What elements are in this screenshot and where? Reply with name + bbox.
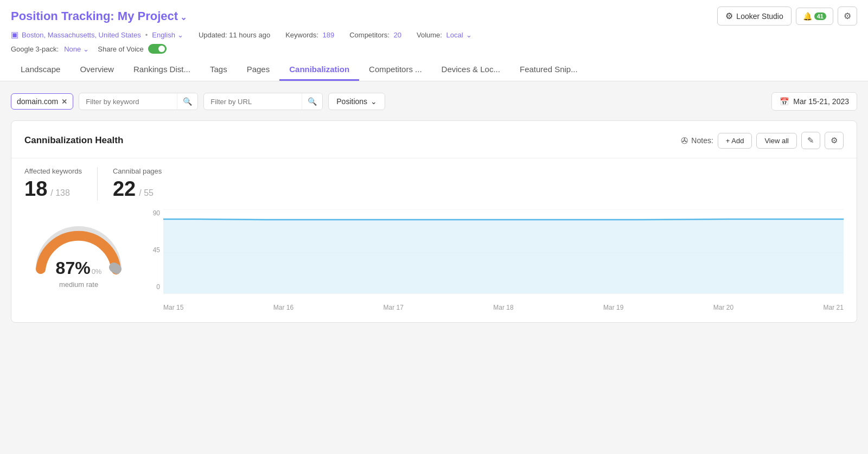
cannibalization-health-card: Cannibalization Health ✇ Notes: + Add Vi…	[11, 120, 857, 323]
google3pack-dropdown[interactable]: None ⌄	[64, 45, 89, 53]
url-search-button[interactable]: 🔍	[302, 93, 322, 110]
keywords-label: Keywords: 189	[285, 31, 334, 39]
competitors-label: Competitors: 20	[349, 31, 401, 39]
chart-svg-container	[163, 209, 844, 298]
looker-icon: ⚙	[725, 11, 733, 21]
card-gear-icon: ⚙	[831, 136, 838, 145]
location-link[interactable]: Boston, Massachusetts, United States	[22, 31, 141, 39]
volume-dropdown[interactable]: Local ⌄	[446, 31, 472, 39]
edit-notes-button[interactable]: ✎	[801, 132, 820, 149]
domain-chip-close[interactable]: ✕	[61, 98, 67, 105]
tab-pages[interactable]: Pages	[237, 59, 280, 81]
share-of-voice-row: Share of Voice	[98, 44, 167, 54]
tab-overview[interactable]: Overview	[70, 59, 124, 81]
settings-button[interactable]: ⚙	[838, 7, 857, 25]
chart-area-svg	[163, 209, 844, 296]
share-of-voice-toggle[interactable]	[148, 44, 167, 54]
url-filter-wrap: 🔍	[203, 93, 323, 110]
notes-icon: ✇	[681, 136, 688, 146]
project-caret-icon[interactable]: ⌄	[180, 12, 187, 22]
page-title: Position Tracking: My Project⌄	[11, 9, 187, 23]
tab-rankings-dist[interactable]: Rankings Dist...	[124, 59, 200, 81]
tabs-navigation: Landscape Overview Rankings Dist... Tags…	[11, 59, 857, 81]
view-all-button[interactable]: View all	[756, 133, 797, 149]
tab-featured-snip[interactable]: Featured Snip...	[510, 59, 588, 81]
x-axis: Mar 15 Mar 16 Mar 17 Mar 18 Mar 19 Mar 2…	[163, 304, 844, 311]
affected-keywords-stat: Affected keywords 18 / 138	[24, 167, 98, 201]
url-filter-input[interactable]	[204, 94, 302, 110]
looker-studio-button[interactable]: ⚙ Looker Studio	[717, 7, 791, 25]
calendar-icon: 📅	[780, 97, 789, 106]
tab-landscape[interactable]: Landscape	[11, 59, 70, 81]
cannibal-pages-stat: Cannibal pages 22 / 55	[113, 167, 177, 201]
notes-section: ✇ Notes:	[681, 136, 713, 146]
add-note-button[interactable]: + Add	[718, 133, 752, 149]
language-caret-icon: ⌄	[177, 31, 183, 39]
bell-icon: 🔔	[803, 12, 812, 21]
keyword-search-button[interactable]: 🔍	[177, 93, 197, 110]
tab-cannibalization[interactable]: Cannibalization	[279, 59, 359, 81]
keyword-filter-wrap: 🔍	[79, 93, 198, 110]
tab-competitors[interactable]: Competitors ...	[359, 59, 432, 81]
date-range-button[interactable]: 📅 Mar 15-21, 2023	[771, 92, 857, 111]
edit-icon: ✎	[807, 136, 814, 145]
notifications-button[interactable]: 🔔 41	[796, 8, 833, 25]
tab-tags[interactable]: Tags	[200, 59, 237, 81]
card-title: Cannibalization Health	[24, 135, 123, 146]
positions-caret-icon: ⌄	[371, 97, 377, 106]
tab-devices-loc[interactable]: Devices & Loc...	[432, 59, 510, 81]
positions-dropdown[interactable]: Positions ⌄	[328, 93, 385, 110]
domain-chip: domain.com ✕	[11, 93, 73, 110]
volume-caret-icon: ⌄	[466, 31, 472, 39]
volume-label: Volume: Local ⌄	[417, 31, 472, 39]
gauge-label: 87%0%	[56, 258, 102, 278]
line-chart: 90 45 0	[144, 209, 844, 311]
y-axis: 90 45 0	[144, 209, 160, 291]
card-settings-button[interactable]: ⚙	[825, 132, 844, 149]
svg-marker-3	[163, 219, 844, 293]
monitor-icon: ▣	[11, 30, 18, 40]
notification-badge: 41	[814, 12, 826, 20]
gauge-chart: 87%0% medium rate	[24, 209, 133, 289]
google3pack-row: Google 3-pack: None ⌄	[11, 45, 89, 53]
language-dropdown[interactable]: English ⌄	[152, 31, 183, 39]
keyword-filter-input[interactable]	[79, 94, 177, 110]
separator-dot: •	[145, 31, 148, 39]
google3pack-caret-icon: ⌄	[83, 45, 89, 53]
